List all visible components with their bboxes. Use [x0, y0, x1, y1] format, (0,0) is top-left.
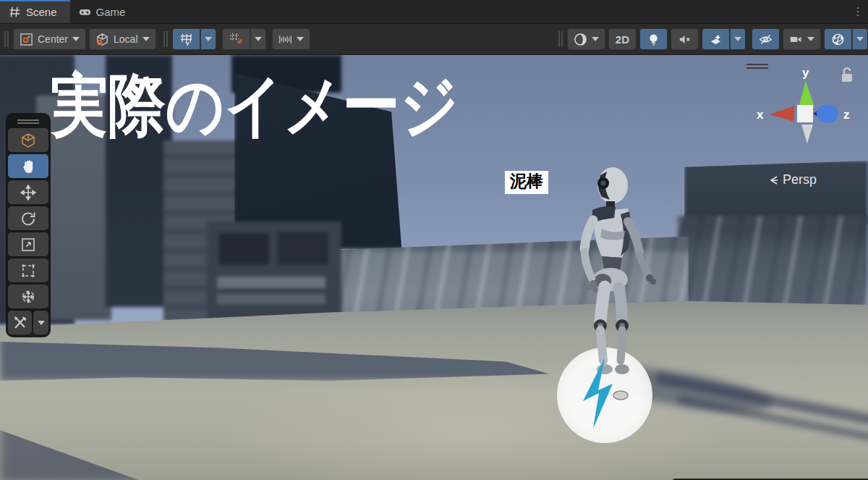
- chevron-down-icon: [255, 37, 262, 41]
- axis-x-label[interactable]: x: [757, 108, 764, 122]
- axis-y-label[interactable]: y: [802, 66, 809, 80]
- scene-toolbar: Center Local Y: [0, 24, 868, 55]
- projection-mode-button[interactable]: Persp: [768, 172, 817, 188]
- chevron-down-icon: [38, 321, 45, 325]
- tool-custom-dropdown[interactable]: [33, 311, 48, 334]
- snap-dropdown[interactable]: [250, 28, 266, 50]
- tool-rect[interactable]: [8, 258, 48, 282]
- axis-z-label[interactable]: z: [843, 108, 850, 122]
- tab-game-label: Game: [96, 6, 126, 18]
- tool-rotate[interactable]: [8, 206, 48, 230]
- grid-y-icon: Y: [179, 33, 193, 46]
- chevron-down-icon: [205, 37, 212, 41]
- orientation-button[interactable]: Local: [89, 28, 156, 50]
- snap-increment-button[interactable]: [272, 28, 310, 50]
- view-cube-icon: [20, 132, 36, 148]
- grid-visibility-dropdown[interactable]: [200, 28, 216, 50]
- toolbar-drag-handle[interactable]: [558, 31, 563, 47]
- effects-dropdown[interactable]: [730, 28, 746, 50]
- scene-viewport[interactable]: 実際のイメージ 泥棒 y x z Persp: [0, 55, 868, 480]
- grid-visibility-toggle[interactable]: Y: [172, 28, 200, 50]
- tab-overflow-menu-icon[interactable]: ⋮: [848, 0, 868, 23]
- snap-toggle[interactable]: [222, 28, 250, 50]
- increment-ruler-icon: [278, 33, 292, 46]
- building-block: [684, 161, 868, 224]
- waypoint-arrow-icon: [557, 348, 652, 443]
- camera-settings-button[interactable]: [783, 28, 821, 50]
- scene-visibility-toggle[interactable]: [752, 28, 780, 50]
- move-icon: [20, 185, 36, 201]
- scene-grid-icon: [9, 6, 21, 18]
- custom-tools-icon: [12, 315, 28, 331]
- effects-toggle[interactable]: [702, 28, 730, 50]
- audio-toggle[interactable]: [671, 28, 699, 50]
- toolbar-drag-handle[interactable]: [4, 31, 9, 47]
- orientation-label: Local: [114, 33, 137, 45]
- overlay-caption: 実際のイメージ: [51, 61, 459, 153]
- orientation-gizmo[interactable]: y x z: [744, 58, 859, 167]
- tool-palette: [6, 113, 51, 337]
- lighting-toggle[interactable]: [639, 28, 668, 50]
- lock-icon[interactable]: [842, 68, 852, 82]
- toolbar-drag-handle[interactable]: [163, 31, 168, 47]
- light-bulb-icon: [647, 33, 660, 46]
- tab-scene-label: Scene: [26, 6, 57, 18]
- pivot-icon: [20, 33, 33, 46]
- palette-drag-handle[interactable]: [8, 117, 48, 126]
- chevron-down-icon: [856, 37, 864, 41]
- projection-2d-toggle[interactable]: 2D: [608, 28, 637, 50]
- view-tab-bar: Scene Game ⋮: [0, 0, 868, 24]
- projection-mode-label: Persp: [783, 172, 817, 188]
- chevron-down-icon: [297, 37, 304, 41]
- tool-custom[interactable]: [8, 311, 32, 334]
- chevron-left-icon: [768, 174, 780, 186]
- local-cube-icon: [95, 33, 109, 46]
- gizmos-toggle[interactable]: [824, 28, 852, 50]
- tool-scale[interactable]: [8, 232, 48, 256]
- signboard-structure: [207, 222, 341, 326]
- shaded-sphere-icon: [574, 33, 587, 46]
- chevron-down-icon: [734, 37, 741, 41]
- tab-game[interactable]: Game: [70, 0, 139, 23]
- chevron-down-icon: [807, 37, 814, 41]
- 2d-label: 2D: [616, 33, 629, 46]
- tool-view[interactable]: [8, 128, 48, 152]
- tool-move[interactable]: [8, 180, 48, 204]
- chevron-down-icon: [592, 37, 599, 41]
- rect-tool-icon: [20, 263, 36, 279]
- shading-mode-button[interactable]: [567, 28, 605, 50]
- svg-text:Y: Y: [185, 41, 189, 46]
- chevron-down-icon: [142, 37, 150, 41]
- scale-icon: [20, 237, 36, 253]
- gamepad-icon: [79, 6, 91, 18]
- transform-icon: [20, 289, 36, 305]
- camera-icon: [789, 33, 803, 46]
- tab-scene[interactable]: Scene: [0, 0, 70, 23]
- chevron-down-icon: [72, 37, 80, 41]
- gizmos-dropdown[interactable]: [852, 28, 868, 50]
- audio-muted-icon: [678, 33, 692, 46]
- effects-layers-icon: [709, 33, 723, 46]
- rotate-icon: [20, 211, 36, 227]
- snap-magnet-icon: [229, 33, 243, 46]
- hand-icon: [20, 159, 36, 174]
- eye-slash-icon: [759, 33, 773, 46]
- tool-hand[interactable]: [8, 154, 48, 178]
- pivot-mode-button[interactable]: Center: [13, 28, 86, 50]
- unity-editor-window: Scene Game ⋮ Center: [0, 0, 868, 480]
- character-name-label: 泥棒: [505, 171, 548, 194]
- gizmos-sphere-icon: [831, 33, 845, 46]
- pivot-mode-label: Center: [38, 33, 68, 45]
- tool-transform[interactable]: [8, 285, 48, 308]
